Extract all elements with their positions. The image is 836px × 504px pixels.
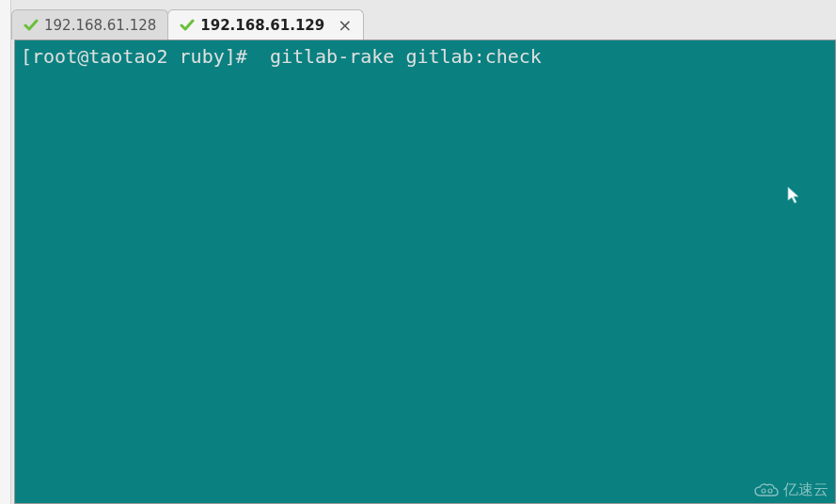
svg-point-0 (762, 489, 765, 493)
watermark-text: 亿速云 (783, 480, 828, 500)
vertical-scrollbar[interactable] (0, 0, 11, 504)
check-icon (24, 18, 39, 33)
terminal-prompt: [root@taotao2 ruby]# (21, 45, 259, 68)
tab-label: 192.168.61.128 (44, 17, 156, 34)
tab-bar: 192.168.61.128 192.168.61.129 × (11, 9, 364, 39)
close-icon[interactable]: × (338, 17, 352, 34)
tab-label: 192.168.61.129 (200, 17, 324, 34)
watermark: 亿速云 (753, 480, 828, 500)
tab-host-2[interactable]: 192.168.61.129 × (167, 9, 364, 39)
terminal-pane[interactable]: [root@taotao2 ruby]# gitlab-rake gitlab:… (14, 39, 836, 504)
svg-point-1 (768, 489, 772, 493)
tab-bar-background (11, 0, 836, 9)
check-icon (180, 18, 195, 33)
cloud-icon (753, 482, 780, 499)
terminal-command: gitlab-rake gitlab:check (259, 45, 542, 68)
tab-host-1[interactable]: 192.168.61.128 (11, 9, 168, 39)
